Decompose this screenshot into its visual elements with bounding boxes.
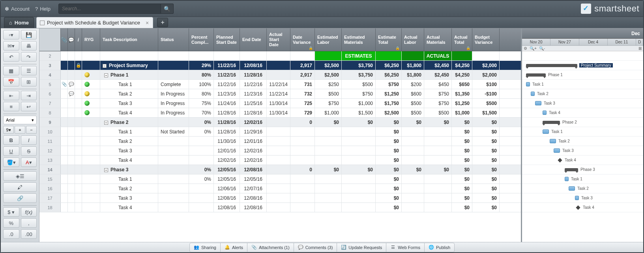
cell-psd[interactable]: 11/28/16 <box>214 118 240 127</box>
comment-cell[interactable]: 💬 <box>68 89 75 98</box>
cell-el[interactable]: $0 <box>315 118 342 127</box>
sharing-tab[interactable]: 👥Sharing <box>189 243 221 252</box>
cell-pct[interactable]: 75% <box>189 99 214 108</box>
gantt-zoomin-icon[interactable]: 🔍+ <box>530 46 537 51</box>
row-number[interactable]: 3 <box>39 61 61 70</box>
cell-et[interactable]: $0 <box>376 174 402 184</box>
cell-pct[interactable]: 0% <box>189 118 214 127</box>
row-number[interactable]: 8 <box>39 108 61 117</box>
cell-dv[interactable] <box>290 146 315 155</box>
cell-al[interactable] <box>402 193 424 202</box>
col-et[interactable]: Estimate Total🔒 <box>376 28 402 51</box>
cell-pct[interactable]: 0% <box>189 165 214 174</box>
cell-am[interactable]: $750 <box>424 99 452 108</box>
cell-pct[interactable]: 0% <box>189 127 214 136</box>
grid-row[interactable]: 7Task 3In Progress75%11/24/1611/25/1611/… <box>39 99 521 108</box>
comment-cell[interactable] <box>68 174 75 184</box>
comment-header-icon[interactable]: 💬 <box>68 28 75 51</box>
card-view-button[interactable]: ⊞ <box>21 77 37 86</box>
cell-asd[interactable]: 11/22/14 <box>267 80 290 89</box>
cell-el[interactable]: $1,000 <box>315 108 342 117</box>
cell-dv[interactable]: 0 <box>290 118 315 127</box>
cell-al[interactable]: $1,800 <box>402 70 424 79</box>
outdent-button[interactable]: ⇥ <box>21 91 37 100</box>
cell-dv[interactable]: 732 <box>290 89 315 98</box>
new-tab-button[interactable]: + <box>157 18 168 27</box>
cell-ryg[interactable] <box>82 193 100 202</box>
cell-at[interactable]: $4,250 <box>452 61 472 70</box>
comments-tab[interactable]: 💬Comments (3) <box>294 243 337 252</box>
gantt-bar[interactable] <box>565 177 569 181</box>
cell-status[interactable] <box>158 184 189 193</box>
comment-cell[interactable] <box>68 146 75 155</box>
cell-al[interactable] <box>402 127 424 136</box>
gantt-bar[interactable] <box>575 196 579 200</box>
cell-ed[interactable]: 12/08/16 <box>240 203 267 212</box>
cell-am[interactable] <box>424 203 452 212</box>
attachment-cell[interactable] <box>61 108 68 117</box>
cell-psd[interactable]: 12/08/16 <box>214 193 240 202</box>
cell-ryg[interactable] <box>82 89 100 98</box>
attachment-header-icon[interactable]: 📎 <box>61 28 68 51</box>
cell-ed[interactable]: 12/02/16 <box>240 146 267 155</box>
cell-at[interactable]: $1,250 <box>452 99 472 108</box>
cell-desc[interactable]: Task 1 <box>100 127 158 136</box>
cell-ryg[interactable] <box>82 156 100 165</box>
col-status[interactable]: Status <box>158 28 189 51</box>
comment-cell[interactable] <box>68 61 75 70</box>
gantt-bar-phase1[interactable] <box>526 73 546 77</box>
cell-asd[interactable] <box>267 174 290 184</box>
grid-row[interactable]: 18Task 412/08/1612/08/16$0$0$0 <box>39 203 521 212</box>
cell-status[interactable] <box>158 203 189 212</box>
cell-dv[interactable]: 725 <box>290 99 315 108</box>
cell-et[interactable]: $1,750 <box>376 99 402 108</box>
collapse-toggle[interactable]: − <box>104 73 108 77</box>
cell-bv[interactable]: $0 <box>472 203 500 212</box>
cell-status[interactable]: Not Started <box>158 127 189 136</box>
cell-el[interactable]: $0 <box>315 165 342 174</box>
cell-desc[interactable]: −Project Summary <box>100 61 158 70</box>
cell-em[interactable] <box>342 137 376 146</box>
cell-asd[interactable] <box>267 165 290 174</box>
cell-ed[interactable]: 12/02/16 <box>240 118 267 127</box>
cell-asd[interactable] <box>267 127 290 136</box>
cell-status[interactable] <box>158 70 189 79</box>
gantt-week[interactable]: Nov 20 <box>522 39 550 45</box>
gantt-bar-phase2[interactable] <box>543 121 560 124</box>
cell-at[interactable]: $0 <box>452 193 472 202</box>
cell-el[interactable] <box>315 146 342 155</box>
col-em[interactable]: Estimated Materials <box>342 28 376 51</box>
cell-bv[interactable]: $0 <box>472 137 500 146</box>
cell-am[interactable]: $0 <box>424 165 452 174</box>
cell-et[interactable]: $0 <box>376 118 402 127</box>
cell-dv[interactable] <box>290 127 315 136</box>
grid-row[interactable]: 9−Phase 20%11/28/1612/02/160$0$0$0$0$0$0… <box>39 118 521 127</box>
row-number[interactable]: 7 <box>39 99 61 108</box>
row-number[interactable]: 12 <box>39 146 61 155</box>
cell-al[interactable] <box>402 174 424 184</box>
text-color-button[interactable]: A▾ <box>21 157 37 167</box>
cell-desc[interactable]: Task 2 <box>100 89 158 98</box>
row-number[interactable]: 16 <box>39 184 61 193</box>
percent-button[interactable]: % <box>3 218 19 228</box>
cell-ed[interactable]: 12/08/16 <box>240 193 267 202</box>
attachment-cell[interactable] <box>61 146 68 155</box>
row-number[interactable]: 10 <box>39 127 61 136</box>
row-number[interactable]: 13 <box>39 156 61 165</box>
cell-ryg[interactable] <box>82 80 100 89</box>
cell-et[interactable]: $0 <box>376 203 402 212</box>
cell-dv[interactable] <box>290 137 315 146</box>
cell-asd[interactable] <box>267 70 290 79</box>
cell-pct[interactable]: 0% <box>189 174 214 184</box>
cell-em[interactable]: $1,000 <box>342 99 376 108</box>
attachment-cell[interactable] <box>61 193 68 202</box>
cell-ed[interactable]: 11/23/16 <box>240 89 267 98</box>
gantt-bar[interactable] <box>550 139 556 143</box>
cell-ed[interactable]: 12/01/16 <box>240 137 267 146</box>
cell-ed[interactable]: 12/02/16 <box>240 156 267 165</box>
cell-status[interactable]: In Progress <box>158 89 189 98</box>
row-number[interactable]: 15 <box>39 174 61 184</box>
cell-psd[interactable]: 11/22/16 <box>214 80 240 89</box>
cell-at[interactable]: $0 <box>452 156 472 165</box>
comment-cell[interactable] <box>68 70 75 79</box>
